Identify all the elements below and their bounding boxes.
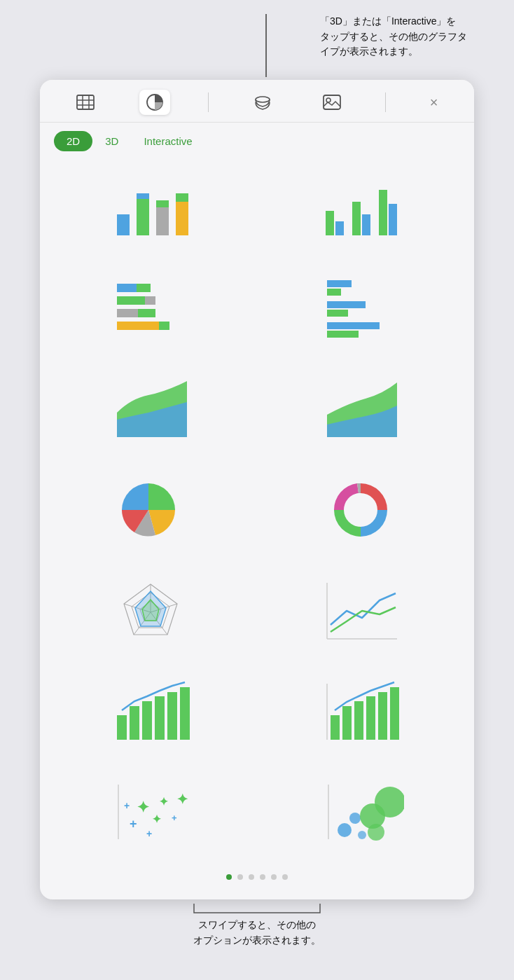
- svg-rect-52: [167, 692, 177, 740]
- stacked-bar-icon: [110, 172, 194, 242]
- svg-text:✦: ✦: [176, 792, 188, 807]
- grouped-bar-icon: [320, 172, 404, 242]
- area-stacked-icon: [320, 374, 404, 444]
- chart-bubble[interactable]: [257, 762, 467, 863]
- page-dot-1[interactable]: [226, 874, 232, 880]
- toolbar-separator-1: [208, 92, 209, 112]
- tab-bar: 2D 3D Interactive: [40, 123, 474, 157]
- svg-rect-34: [327, 322, 380, 329]
- svg-text:+: +: [172, 813, 177, 823]
- svg-rect-29: [159, 322, 169, 330]
- svg-rect-32: [327, 301, 366, 308]
- page-dot-5[interactable]: [271, 874, 277, 880]
- area-icon: [110, 374, 194, 444]
- svg-rect-19: [362, 214, 370, 235]
- svg-point-8: [326, 98, 331, 102]
- svg-rect-58: [366, 696, 375, 740]
- svg-rect-31: [327, 289, 341, 296]
- page-dot-3[interactable]: [249, 874, 254, 880]
- svg-point-76: [368, 824, 384, 841]
- chart-pie[interactable]: [47, 460, 257, 560]
- chart-area-stacked[interactable]: [257, 359, 467, 460]
- svg-rect-24: [117, 296, 145, 305]
- svg-point-71: [338, 823, 352, 837]
- page-dot-2[interactable]: [237, 874, 243, 880]
- svg-point-75: [375, 787, 404, 817]
- close-icon: ×: [430, 95, 438, 111]
- svg-rect-9: [117, 214, 130, 235]
- chart-icon: [145, 92, 165, 112]
- page-dot-4[interactable]: [260, 874, 265, 880]
- svg-rect-48: [117, 715, 127, 740]
- chart-line[interactable]: [257, 560, 467, 661]
- svg-point-6: [256, 97, 270, 102]
- svg-text:✦: ✦: [137, 799, 149, 816]
- svg-rect-23: [137, 284, 151, 292]
- svg-rect-0: [77, 95, 94, 109]
- donut-icon: [320, 475, 404, 545]
- layers-tab-button[interactable]: [247, 90, 278, 115]
- callout-top-text: 「3D」または「Interactive」を タップすると、その他のグラフタ イプ…: [320, 14, 467, 60]
- svg-rect-10: [137, 199, 149, 235]
- svg-text:✦: ✦: [152, 813, 162, 825]
- chart-scatter[interactable]: + + ✦ ✦ + ✦ + ✦: [47, 762, 257, 863]
- svg-rect-13: [156, 200, 169, 207]
- tab-2d[interactable]: 2D: [54, 131, 92, 151]
- svg-rect-27: [138, 309, 155, 317]
- svg-rect-60: [390, 687, 399, 740]
- chart-area[interactable]: [47, 359, 257, 460]
- scatter-icon: + + ✦ ✦ + ✦ + ✦: [110, 778, 194, 848]
- chart-bar-line[interactable]: [47, 661, 257, 762]
- svg-rect-59: [378, 692, 387, 740]
- svg-rect-51: [155, 696, 165, 740]
- stacked-bar-h-icon: [110, 273, 194, 343]
- svg-rect-53: [180, 687, 190, 740]
- chart-stacked-bar[interactable]: [47, 157, 257, 258]
- tab-interactive[interactable]: Interactive: [131, 131, 204, 151]
- svg-text:+: +: [146, 828, 152, 839]
- svg-rect-55: [331, 715, 340, 740]
- chart-grouped-bar[interactable]: [257, 157, 467, 258]
- line-icon: [320, 576, 404, 646]
- svg-point-73: [349, 813, 361, 824]
- table-tab-button[interactable]: [70, 90, 101, 115]
- media-tab-button[interactable]: [317, 90, 347, 115]
- chart-grid: + + ✦ ✦ + ✦ + ✦: [40, 157, 474, 863]
- chart-donut[interactable]: [257, 460, 467, 560]
- svg-point-72: [358, 831, 366, 839]
- svg-rect-28: [117, 322, 159, 330]
- svg-text:+: +: [124, 800, 130, 811]
- svg-rect-16: [326, 211, 334, 235]
- svg-rect-7: [324, 95, 340, 109]
- pie-icon: [110, 475, 194, 545]
- chart-radar[interactable]: [47, 560, 257, 661]
- svg-text:+: +: [130, 817, 137, 831]
- svg-rect-30: [327, 280, 352, 287]
- page-dot-6[interactable]: [282, 874, 288, 880]
- media-icon: [322, 94, 342, 111]
- layers-icon: [253, 92, 272, 112]
- bubble-icon: [320, 778, 404, 848]
- radar-icon: [110, 576, 194, 646]
- close-button[interactable]: ×: [424, 92, 444, 112]
- callout-bottom-text: スワイプすると、その他の オプションが表示されます。: [193, 918, 321, 948]
- tab-3d[interactable]: 3D: [92, 131, 131, 151]
- svg-rect-11: [137, 193, 149, 199]
- svg-text:✦: ✦: [159, 796, 169, 808]
- svg-rect-17: [335, 221, 344, 235]
- chart-grouped-bar-h[interactable]: [257, 258, 467, 359]
- chart-tab-button[interactable]: [139, 90, 170, 115]
- svg-rect-21: [389, 204, 397, 235]
- toolbar-separator-2: [385, 92, 386, 112]
- chart-bar-line-axis[interactable]: [257, 661, 467, 762]
- svg-rect-56: [342, 706, 352, 740]
- bar-line-axis-icon: [320, 677, 404, 747]
- svg-rect-18: [352, 202, 361, 235]
- svg-rect-14: [176, 202, 188, 235]
- svg-rect-35: [327, 331, 359, 338]
- toolbar: ×: [40, 80, 474, 123]
- chart-stacked-bar-h[interactable]: [47, 258, 257, 359]
- table-icon: [76, 94, 95, 111]
- chart-picker-panel: × 2D 3D Interactive: [40, 80, 474, 899]
- svg-rect-50: [142, 701, 152, 740]
